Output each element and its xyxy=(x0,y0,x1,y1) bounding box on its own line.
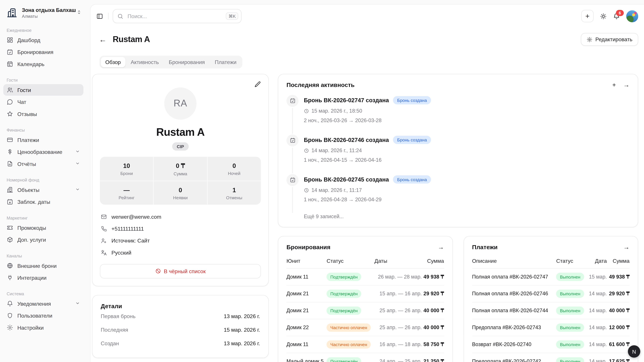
sidebar-item-users[interactable]: Пользователи xyxy=(3,310,84,322)
table-row[interactable]: Предоплата #ВК-2026-02742 Выполнен 14 ма… xyxy=(472,353,630,362)
arrow-right-icon: → xyxy=(438,244,444,250)
sidebar-item-extra-services[interactable]: Доп. услуги xyxy=(3,234,84,246)
edit-profile-button[interactable] xyxy=(254,80,262,88)
table-row[interactable]: Домик 11 Подтверждён 26 мар. — 28 мар. 4… xyxy=(286,268,444,285)
org-switcher[interactable]: Зона отдыха Балхаш Алматы xyxy=(0,6,87,20)
sidebar-item-label: Ценообразование xyxy=(17,149,62,155)
phone-row[interactable]: +51111111111 xyxy=(100,223,261,235)
table-row[interactable]: Домик 11 Частично оплачен 16 апр. — 18 а… xyxy=(286,336,444,353)
amount-cell: 12 000 ₸ xyxy=(607,319,630,336)
stat-value: 0 xyxy=(208,162,261,169)
blacklist-button[interactable]: В чёрный список xyxy=(100,264,261,278)
activity-entry[interactable]: Бронь ВК-2026-02745 создана Бронь создан… xyxy=(286,174,630,214)
activity-time-text: 14 мар. 2026 г., 11:24 xyxy=(312,148,362,153)
email-row[interactable]: werwer@werwe.com xyxy=(100,211,261,223)
search-box[interactable]: ⌘K xyxy=(113,9,242,23)
activity-entry-badge: Бронь создана xyxy=(393,96,431,104)
ban-icon xyxy=(155,268,161,274)
sidebar-item-label: Бронирования xyxy=(17,49,53,55)
detail-value: 13 мар. 2026 г. xyxy=(224,340,260,347)
bookings-card: Бронирования → Юнит Статус Даты xyxy=(278,236,453,362)
sidebar-item-payments[interactable]: Платежи xyxy=(3,134,84,146)
profile-card: RA Rustam A CIP 10Брони 0 ₸Сумма 0Ночей … xyxy=(92,74,269,286)
app-root: Зона отдыха Балхаш Алматы Ежедневное Даш… xyxy=(0,0,644,362)
column-header: Описание xyxy=(472,254,556,268)
sidebar-item-chat[interactable]: Чат xyxy=(3,96,84,108)
search-input[interactable] xyxy=(127,12,223,19)
tab-activity[interactable]: Активность xyxy=(126,57,163,67)
sidebar-item-blocked-dates[interactable]: Заблок. даты xyxy=(3,196,84,207)
activity-entry[interactable]: Бронь ВК-2026-02747 создана Бронь создан… xyxy=(286,95,630,134)
unit-cell: Домик 21 xyxy=(286,285,326,302)
table-row[interactable]: Полная оплата #ВК-2026-02747 Выполнен 15… xyxy=(472,268,630,285)
sidebar-item-bookings[interactable]: Бронирования xyxy=(3,46,84,58)
report-file-icon xyxy=(6,161,13,167)
table-row[interactable]: Возврат #ВК-2026-02740 Выполнен 14 мар. … xyxy=(472,336,630,353)
table-row[interactable]: Предоплата #ВК-2026-02743 Выполнен 14 ма… xyxy=(472,319,630,336)
sidebar-item-guests[interactable]: Гости xyxy=(3,84,84,96)
calendar-check-icon xyxy=(6,49,13,55)
notifications-button[interactable]: 6 xyxy=(613,12,620,19)
theme-toggle-button[interactable] xyxy=(600,12,607,19)
sidebar-item-label: Чат xyxy=(17,99,26,105)
tab-bar: Обзор Активность Бронирования Платежи xyxy=(100,56,242,68)
sidebar-item-objects[interactable]: Объекты xyxy=(3,184,84,196)
edit-button[interactable]: Редактировать xyxy=(581,33,638,46)
sidebar-item-pricing[interactable]: Ценообразование xyxy=(3,146,84,158)
search-icon xyxy=(117,13,124,19)
table-row[interactable]: Малый домик 5 Подтверждён 24 апр. — 25 а… xyxy=(286,353,444,362)
calendar-x-icon xyxy=(6,198,13,205)
open-activity-button[interactable]: → xyxy=(623,82,630,88)
tab-overview[interactable]: Обзор xyxy=(101,57,126,67)
amount-cell: 40 000 ₸ xyxy=(422,302,444,319)
section-label: Каналы xyxy=(0,253,87,258)
tab-payments[interactable]: Платежи xyxy=(210,57,241,67)
table-row[interactable]: Домик 21 Подтверждён 15 апр. — 16 апр. 2… xyxy=(286,285,444,302)
activity-entry-body: Бронь ВК-2026-02747 создана Бронь создан… xyxy=(304,95,431,123)
status-badge: Подтверждён xyxy=(327,306,362,315)
sidebar-item-reports[interactable]: Отчёты xyxy=(3,158,84,170)
description-cell: Предоплата #ВК-2026-02742 xyxy=(472,353,556,362)
add-activity-button[interactable]: + xyxy=(612,82,616,88)
org-info: Зона отдыха Балхаш Алматы xyxy=(22,7,72,18)
details-card: Детали Первая бронь 13 мар. 2026 г. Посл… xyxy=(92,295,269,358)
tab-bookings[interactable]: Бронирования xyxy=(164,57,209,67)
table-row[interactable]: Полная оплата #ВК-2026-02746 Выполнен 14… xyxy=(472,285,630,302)
clock-icon xyxy=(304,108,309,113)
sidebar-item-dashboard[interactable]: Дашборд xyxy=(3,34,84,46)
floating-action-button[interactable]: N xyxy=(628,345,640,358)
sidebar-section-daily: Ежедневное Дашборд Бронирования Календар… xyxy=(0,28,87,70)
open-bookings-button[interactable]: → xyxy=(438,244,444,250)
unit-cell: Домик 21 xyxy=(286,302,326,319)
sidebar-item-settings[interactable]: Настройки xyxy=(3,322,84,333)
chevron-down-icon xyxy=(75,301,80,307)
package-icon xyxy=(6,236,13,243)
amount-cell: 58 750 ₸ xyxy=(422,336,444,353)
sidebar-item-notifications[interactable]: Уведомления xyxy=(3,298,84,309)
sidebar-toggle-button[interactable] xyxy=(96,12,104,20)
language-row: Русский xyxy=(100,247,261,258)
table-row[interactable]: Домик 21 Подтверждён 25 апр. — 26 апр. 4… xyxy=(286,302,444,319)
table-row[interactable]: Домик 22 Частично оплачен 25 апр. — 26 а… xyxy=(286,319,444,336)
amount-cell: 61 600 ₸ xyxy=(607,336,630,353)
activity-entry[interactable]: Бронь ВК-2026-02746 создана Бронь создан… xyxy=(286,134,630,174)
sidebar-item-external-bookings[interactable]: Внешние брони xyxy=(3,260,84,272)
unit-cell: Домик 11 xyxy=(286,268,326,285)
sidebar-item-promocodes[interactable]: Промокоды xyxy=(3,222,84,233)
detail-label: Последняя xyxy=(101,327,128,333)
add-button[interactable]: + xyxy=(581,10,594,22)
chevrons-up-down-icon xyxy=(76,9,82,16)
activity-entry-detail: 1 ноч., 2026-04-15 → 2026-04-16 xyxy=(304,157,431,163)
user-avatar[interactable] xyxy=(626,10,638,22)
divider xyxy=(108,13,108,19)
sidebar-item-integrations[interactable]: Интеграции xyxy=(3,272,84,283)
sidebar-item-calendar[interactable]: Календарь xyxy=(3,58,84,70)
mail-icon xyxy=(101,214,107,220)
show-more-activity-link[interactable]: Ещё 9 записей... xyxy=(304,214,344,219)
back-button[interactable]: ← xyxy=(98,35,108,44)
gear-icon xyxy=(587,37,592,42)
sidebar-item-reviews[interactable]: Отзывы xyxy=(3,108,84,120)
table-row[interactable]: Полная оплата #ВК-2026-02744 Выполнен 14… xyxy=(472,302,630,319)
open-payments-button[interactable]: → xyxy=(623,244,630,250)
activity-entry-title: Бронь ВК-2026-02747 создана xyxy=(304,97,389,103)
